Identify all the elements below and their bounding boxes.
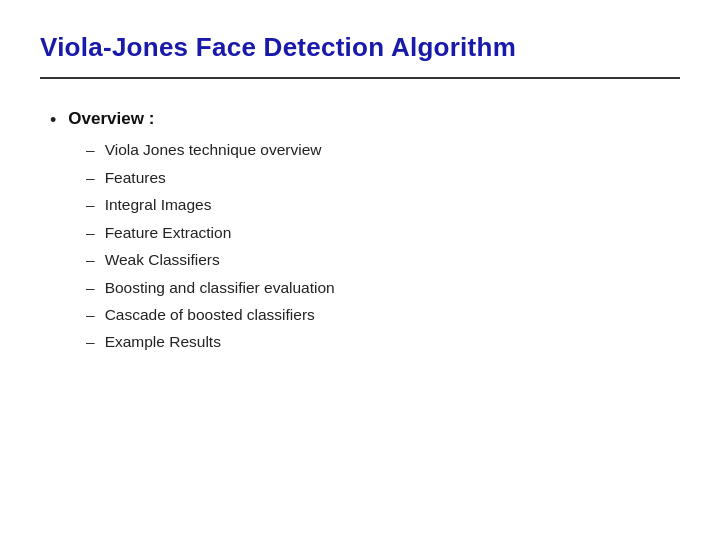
dash-icon: – (86, 139, 95, 161)
sub-item-text: Cascade of boosted classifiers (105, 304, 315, 326)
sub-item-text: Boosting and classifier evaluation (105, 277, 335, 299)
list-item: –Boosting and classifier evaluation (86, 277, 680, 299)
overview-label: Overview : (68, 107, 154, 131)
content-area: • Overview : –Viola Jones technique over… (40, 107, 680, 354)
list-item: –Viola Jones technique overview (86, 139, 680, 161)
list-item: –Integral Images (86, 194, 680, 216)
dash-icon: – (86, 304, 95, 326)
list-item: –Cascade of boosted classifiers (86, 304, 680, 326)
list-item: –Feature Extraction (86, 222, 680, 244)
bullet-dot: • (50, 108, 56, 133)
sub-item-text: Features (105, 167, 166, 189)
list-item: –Example Results (86, 331, 680, 353)
dash-icon: – (86, 331, 95, 353)
bullet-item-overview: • Overview : (50, 107, 680, 133)
sub-items-list: –Viola Jones technique overview–Features… (50, 139, 680, 354)
sub-item-text: Example Results (105, 331, 221, 353)
sub-item-text: Integral Images (105, 194, 212, 216)
list-item: –Weak Classifiers (86, 249, 680, 271)
slide-title: Viola-Jones Face Detection Algorithm (40, 32, 680, 63)
slide-container: Viola-Jones Face Detection Algorithm • O… (0, 0, 720, 540)
dash-icon: – (86, 194, 95, 216)
dash-icon: – (86, 277, 95, 299)
dash-icon: – (86, 222, 95, 244)
sub-item-text: Viola Jones technique overview (105, 139, 322, 161)
sub-item-text: Weak Classifiers (105, 249, 220, 271)
dash-icon: – (86, 249, 95, 271)
title-divider (40, 77, 680, 79)
sub-item-text: Feature Extraction (105, 222, 232, 244)
list-item: –Features (86, 167, 680, 189)
dash-icon: – (86, 167, 95, 189)
